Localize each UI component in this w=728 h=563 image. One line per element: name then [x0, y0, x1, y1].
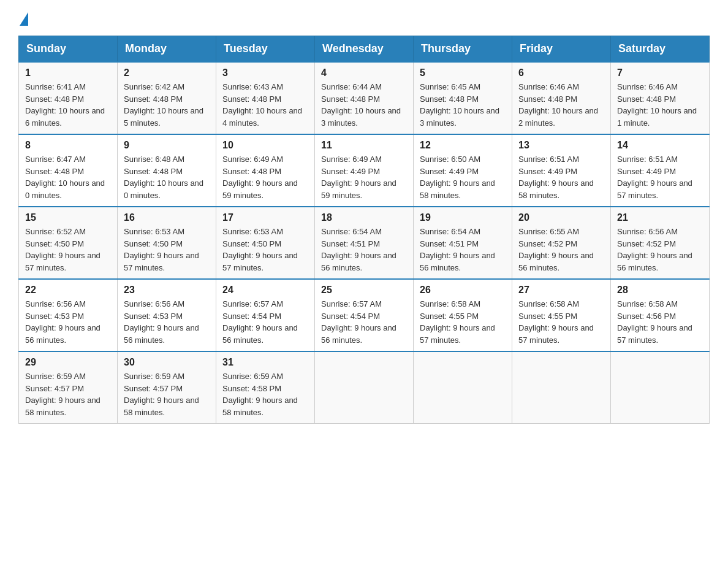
day-info: Sunrise: 6:47 AMSunset: 4:48 PMDaylight:… — [25, 153, 111, 201]
logo-triangle-icon — [20, 12, 28, 26]
day-info: Sunrise: 6:54 AMSunset: 4:51 PMDaylight:… — [321, 226, 407, 274]
day-info: Sunrise: 6:53 AMSunset: 4:50 PMDaylight:… — [222, 226, 308, 274]
page-header — [18, 12, 710, 23]
calendar-cell: 18 Sunrise: 6:54 AMSunset: 4:51 PMDaylig… — [315, 207, 414, 279]
day-info: Sunrise: 6:48 AMSunset: 4:48 PMDaylight:… — [124, 153, 210, 201]
day-number: 15 — [25, 212, 111, 223]
day-number: 19 — [420, 212, 506, 223]
day-number: 28 — [617, 285, 703, 296]
day-header-thursday: Thursday — [414, 36, 512, 63]
logo — [18, 12, 28, 23]
week-row-5: 29 Sunrise: 6:59 AMSunset: 4:57 PMDaylig… — [19, 351, 710, 424]
day-number: 1 — [25, 67, 111, 79]
calendar-cell: 3 Sunrise: 6:43 AMSunset: 4:48 PMDayligh… — [216, 62, 315, 134]
day-info: Sunrise: 6:43 AMSunset: 4:48 PMDaylight:… — [222, 81, 308, 129]
calendar-cell — [414, 351, 512, 424]
day-number: 24 — [222, 285, 308, 296]
day-number: 27 — [518, 285, 604, 296]
day-info: Sunrise: 6:59 AMSunset: 4:57 PMDaylight:… — [124, 370, 210, 418]
day-info: Sunrise: 6:59 AMSunset: 4:58 PMDaylight:… — [222, 370, 308, 418]
day-number: 20 — [518, 212, 604, 223]
day-info: Sunrise: 6:50 AMSunset: 4:49 PMDaylight:… — [420, 153, 506, 201]
calendar-cell: 20 Sunrise: 6:55 AMSunset: 4:52 PMDaylig… — [512, 207, 611, 279]
day-number: 6 — [518, 67, 604, 79]
calendar-cell: 2 Sunrise: 6:42 AMSunset: 4:48 PMDayligh… — [118, 62, 216, 134]
calendar-table: SundayMondayTuesdayWednesdayThursdayFrid… — [18, 36, 710, 424]
calendar-cell: 21 Sunrise: 6:56 AMSunset: 4:52 PMDaylig… — [611, 207, 710, 279]
day-number: 30 — [124, 357, 210, 368]
day-number: 9 — [124, 140, 210, 151]
calendar-cell — [315, 351, 414, 424]
calendar-cell: 27 Sunrise: 6:58 AMSunset: 4:55 PMDaylig… — [512, 279, 611, 351]
day-info: Sunrise: 6:58 AMSunset: 4:56 PMDaylight:… — [617, 298, 703, 346]
day-number: 12 — [420, 140, 506, 151]
day-info: Sunrise: 6:58 AMSunset: 4:55 PMDaylight:… — [420, 298, 506, 346]
day-number: 22 — [25, 285, 111, 296]
day-info: Sunrise: 6:51 AMSunset: 4:49 PMDaylight:… — [518, 153, 604, 201]
day-number: 14 — [617, 140, 703, 151]
calendar-cell: 4 Sunrise: 6:44 AMSunset: 4:48 PMDayligh… — [315, 62, 414, 134]
day-number: 31 — [222, 357, 308, 368]
calendar-cell: 16 Sunrise: 6:53 AMSunset: 4:50 PMDaylig… — [118, 207, 216, 279]
day-number: 3 — [222, 67, 308, 79]
week-row-1: 1 Sunrise: 6:41 AMSunset: 4:48 PMDayligh… — [19, 62, 710, 134]
day-header-monday: Monday — [118, 36, 216, 63]
calendar-cell: 5 Sunrise: 6:45 AMSunset: 4:48 PMDayligh… — [414, 62, 512, 134]
calendar-body: 1 Sunrise: 6:41 AMSunset: 4:48 PMDayligh… — [19, 62, 710, 424]
day-number: 5 — [420, 67, 506, 79]
calendar-cell: 9 Sunrise: 6:48 AMSunset: 4:48 PMDayligh… — [118, 134, 216, 207]
day-info: Sunrise: 6:45 AMSunset: 4:48 PMDaylight:… — [420, 81, 506, 129]
day-number: 17 — [222, 212, 308, 223]
calendar-cell: 31 Sunrise: 6:59 AMSunset: 4:58 PMDaylig… — [216, 351, 315, 424]
calendar-cell: 28 Sunrise: 6:58 AMSunset: 4:56 PMDaylig… — [611, 279, 710, 351]
day-info: Sunrise: 6:56 AMSunset: 4:53 PMDaylight:… — [124, 298, 210, 346]
day-number: 13 — [518, 140, 604, 151]
calendar-cell: 30 Sunrise: 6:59 AMSunset: 4:57 PMDaylig… — [118, 351, 216, 424]
calendar-cell: 15 Sunrise: 6:52 AMSunset: 4:50 PMDaylig… — [19, 207, 118, 279]
logo-general-text — [18, 12, 28, 23]
days-of-week-row: SundayMondayTuesdayWednesdayThursdayFrid… — [19, 36, 710, 63]
calendar-cell: 24 Sunrise: 6:57 AMSunset: 4:54 PMDaylig… — [216, 279, 315, 351]
calendar-cell — [611, 351, 710, 424]
calendar-cell: 25 Sunrise: 6:57 AMSunset: 4:54 PMDaylig… — [315, 279, 414, 351]
calendar-cell: 1 Sunrise: 6:41 AMSunset: 4:48 PMDayligh… — [19, 62, 118, 134]
day-info: Sunrise: 6:41 AMSunset: 4:48 PMDaylight:… — [25, 81, 111, 129]
day-info: Sunrise: 6:57 AMSunset: 4:54 PMDaylight:… — [321, 298, 407, 346]
day-info: Sunrise: 6:46 AMSunset: 4:48 PMDaylight:… — [617, 81, 703, 129]
day-info: Sunrise: 6:56 AMSunset: 4:53 PMDaylight:… — [25, 298, 111, 346]
day-info: Sunrise: 6:52 AMSunset: 4:50 PMDaylight:… — [25, 226, 111, 274]
calendar-cell: 11 Sunrise: 6:49 AMSunset: 4:49 PMDaylig… — [315, 134, 414, 207]
day-number: 23 — [124, 285, 210, 296]
day-number: 29 — [25, 357, 111, 368]
calendar-cell: 23 Sunrise: 6:56 AMSunset: 4:53 PMDaylig… — [118, 279, 216, 351]
calendar-cell: 26 Sunrise: 6:58 AMSunset: 4:55 PMDaylig… — [414, 279, 512, 351]
calendar-cell: 6 Sunrise: 6:46 AMSunset: 4:48 PMDayligh… — [512, 62, 611, 134]
day-header-friday: Friday — [512, 36, 611, 63]
calendar-cell: 7 Sunrise: 6:46 AMSunset: 4:48 PMDayligh… — [611, 62, 710, 134]
day-number: 11 — [321, 140, 407, 151]
day-info: Sunrise: 6:51 AMSunset: 4:49 PMDaylight:… — [617, 153, 703, 201]
day-number: 16 — [124, 212, 210, 223]
day-number: 21 — [617, 212, 703, 223]
day-number: 4 — [321, 67, 407, 79]
day-number: 26 — [420, 285, 506, 296]
calendar-cell — [512, 351, 611, 424]
day-info: Sunrise: 6:56 AMSunset: 4:52 PMDaylight:… — [617, 226, 703, 274]
day-header-tuesday: Tuesday — [216, 36, 315, 63]
day-info: Sunrise: 6:42 AMSunset: 4:48 PMDaylight:… — [124, 81, 210, 129]
week-row-3: 15 Sunrise: 6:52 AMSunset: 4:50 PMDaylig… — [19, 207, 710, 279]
day-header-wednesday: Wednesday — [315, 36, 414, 63]
day-number: 10 — [222, 140, 308, 151]
day-number: 7 — [617, 67, 703, 79]
day-info: Sunrise: 6:44 AMSunset: 4:48 PMDaylight:… — [321, 81, 407, 129]
day-number: 2 — [124, 67, 210, 79]
calendar-cell: 22 Sunrise: 6:56 AMSunset: 4:53 PMDaylig… — [19, 279, 118, 351]
day-info: Sunrise: 6:58 AMSunset: 4:55 PMDaylight:… — [518, 298, 604, 346]
calendar-cell: 17 Sunrise: 6:53 AMSunset: 4:50 PMDaylig… — [216, 207, 315, 279]
day-info: Sunrise: 6:59 AMSunset: 4:57 PMDaylight:… — [25, 370, 111, 418]
calendar-cell: 8 Sunrise: 6:47 AMSunset: 4:48 PMDayligh… — [19, 134, 118, 207]
day-info: Sunrise: 6:55 AMSunset: 4:52 PMDaylight:… — [518, 226, 604, 274]
day-header-sunday: Sunday — [19, 36, 118, 63]
calendar-cell: 14 Sunrise: 6:51 AMSunset: 4:49 PMDaylig… — [611, 134, 710, 207]
day-header-saturday: Saturday — [611, 36, 710, 63]
